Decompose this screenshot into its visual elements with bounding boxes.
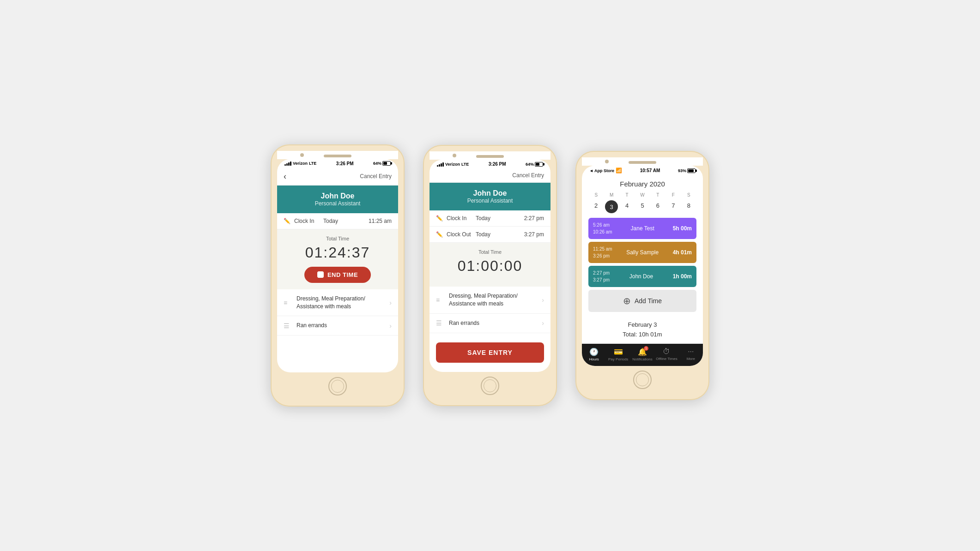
cal-day-3[interactable]: 3 [605, 200, 618, 213]
carrier-signal-3: ◄ App Store 📶 [589, 168, 622, 174]
add-time-button[interactable]: ⊕ Add Time [588, 290, 696, 312]
battery-percent-3: 93% [678, 168, 686, 173]
pencil-icon-1[interactable]: ✏️ [284, 218, 290, 224]
end-time-button[interactable]: END TIME [304, 267, 371, 283]
tasks-icon-2-0: ≡ [436, 296, 444, 304]
total-time-section-1: Total Time 01:24:37 END TIME [277, 229, 398, 289]
home-button-inner-3 [636, 373, 649, 386]
list-item-1-0[interactable]: ≡ Dressing, Meal Preparation/Assistance … [277, 289, 398, 317]
end-time-label: END TIME [327, 271, 358, 278]
clock-out-time-2: 3:27 pm [524, 231, 544, 238]
phone-3: ◄ App Store 📶 10:57 AM 93% February 2020… [575, 151, 709, 400]
speaker-2 [476, 155, 504, 158]
bottom-nav: 🕐 Hours 💳 Pay Periods 🔔 1 Notifications … [582, 343, 703, 366]
list-item-1-1[interactable]: ☰ Ran errands › [277, 316, 398, 335]
day-header-t2: T [650, 192, 665, 198]
cal-day-8[interactable]: 8 [681, 200, 696, 213]
more-label: More [687, 357, 695, 361]
clock-in-day-2: Today [476, 215, 520, 222]
pay-periods-label: Pay Periods [608, 357, 628, 361]
phone-1-screen: Verizon LTE 3:26 PM 64% ‹ Cancel Entry J… [277, 159, 398, 372]
phone-3-screen: ◄ App Store 📶 10:57 AM 93% February 2020… [582, 166, 703, 366]
home-button-inner-2 [484, 379, 496, 392]
calendar-section: February 2020 S M T W T F S 2 3 4 5 6 7 [582, 175, 703, 218]
calendar-month-title: February 2020 [588, 180, 696, 188]
home-button-3[interactable] [633, 371, 652, 389]
employee-name-1: John Doe [284, 192, 392, 200]
schedule-item-jane[interactable]: 5:26 am10:26 am Jane Test 5h 00m [588, 218, 696, 239]
battery-percent-1: 64% [373, 161, 381, 166]
more-icon: ··· [688, 347, 694, 356]
nav-notifications[interactable]: 🔔 1 Notifications [630, 347, 654, 361]
header-banner-1: John Doe Personal Assistant [277, 186, 398, 213]
clock-in-day-1: Today [323, 218, 365, 224]
hours-label: Hours [589, 357, 599, 361]
calendar-days-row: 2 3 4 5 6 7 8 [588, 200, 696, 213]
cal-day-2[interactable]: 2 [588, 200, 604, 213]
schedule-item-sally[interactable]: 11:25 am3:26 pm Sally Sample 4h 01m [588, 242, 696, 263]
cancel-entry-1[interactable]: Cancel Entry [360, 173, 392, 180]
carrier-name-2: Verizon [445, 162, 460, 167]
day-header-m: M [604, 192, 619, 198]
save-entry-button[interactable]: SAVE ENTRY [436, 342, 544, 363]
offline-times-label: Offline Times [656, 357, 678, 361]
battery-3: 93% [678, 168, 696, 173]
total-time-section-2: Total Time 01:00:00 [430, 243, 550, 287]
schedule-item-john[interactable]: 2:27 pm3:27 pm John Doe 1h 00m [588, 266, 696, 287]
back-button-1[interactable]: ‹ [284, 172, 286, 181]
notifications-label: Notifications [632, 357, 653, 361]
cal-day-7[interactable]: 7 [665, 200, 681, 213]
phone-1: Verizon LTE 3:26 PM 64% ‹ Cancel Entry J… [271, 144, 405, 407]
chevron-icon-1-0: › [389, 299, 392, 306]
cancel-entry-2[interactable]: Cancel Entry [512, 172, 544, 179]
carrier-signal-2: Verizon LTE [437, 162, 469, 167]
status-time-1: 3:26 PM [336, 161, 354, 166]
cal-day-4[interactable]: 4 [619, 200, 635, 213]
list-item-2-1[interactable]: ☰ Ran errands › [430, 314, 550, 333]
home-button-inner-1 [331, 380, 344, 393]
wifi-icon: 📶 [616, 168, 622, 174]
phone-2: Verizon LTE 3:26 PM 64% Cancel Entry Joh… [423, 145, 557, 406]
day-header-s2: S [681, 192, 696, 198]
carrier-signal: Verizon LTE [284, 161, 316, 166]
task-text-2-0: Dressing, Meal Preparation/Assistance wi… [449, 292, 537, 308]
tasks-icon-1-1: ☰ [284, 322, 292, 329]
clock-in-label-2: Clock In [447, 215, 472, 222]
header-banner-2: John Doe Personal Assistant [430, 183, 550, 210]
jane-name: Jane Test [612, 225, 673, 232]
day-total: February 3 Total: 10h 01m [582, 317, 703, 343]
nav-hours[interactable]: 🕐 Hours [582, 347, 606, 361]
pencil-icon-2a[interactable]: ✏️ [436, 215, 443, 222]
employee-name-2: John Doe [436, 189, 544, 198]
clock-display-1: 01:24:37 [284, 244, 392, 261]
clock-in-time-2: 2:27 pm [524, 215, 544, 222]
cal-day-5[interactable]: 5 [635, 200, 650, 213]
battery-icon-2 [535, 162, 543, 167]
phone-1-top [277, 151, 398, 159]
stop-icon [317, 271, 324, 278]
camera-dot-2 [453, 154, 456, 157]
home-button-2[interactable] [481, 377, 499, 395]
task-text-1-0: Dressing, Meal Preparation/Assistance wi… [296, 295, 385, 311]
network-type: LTE [309, 161, 316, 166]
nav-more[interactable]: ··· More [679, 347, 703, 361]
clock-in-label-1: Clock In [294, 218, 320, 224]
employee-role-2: Personal Assistant [436, 198, 544, 204]
hours-icon: 🕐 [589, 347, 599, 356]
nav-offline-times[interactable]: ⏱ Offline Times [654, 347, 678, 361]
cal-day-6[interactable]: 6 [650, 200, 665, 213]
list-item-2-0[interactable]: ≡ Dressing, Meal Preparation/Assistance … [430, 287, 550, 314]
task-text-2-1: Ran errands [449, 319, 537, 327]
nav-pay-periods[interactable]: 💳 Pay Periods [606, 347, 630, 361]
clock-out-day-2: Today [476, 231, 520, 238]
camera-dot-3 [605, 160, 609, 163]
pencil-icon-2b[interactable]: ✏️ [436, 231, 443, 238]
sally-name: Sally Sample [612, 249, 673, 256]
clock-out-label-2: Clock Out [447, 231, 472, 238]
schedule-list: 5:26 am10:26 am Jane Test 5h 00m 11:25 a… [582, 218, 703, 287]
home-button-1[interactable] [328, 377, 347, 395]
notifications-icon: 🔔 1 [638, 347, 647, 356]
battery-icon-1 [382, 161, 391, 166]
signal-bars [284, 161, 291, 166]
day-header-s1: S [588, 192, 604, 198]
